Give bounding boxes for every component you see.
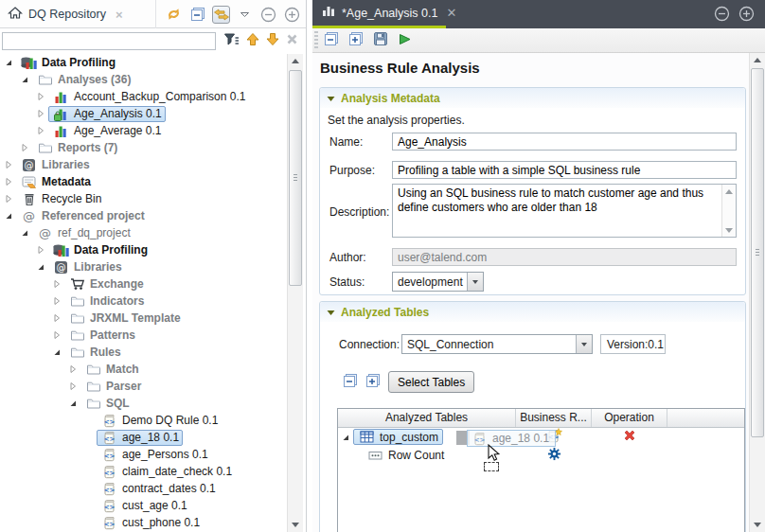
maximize-icon[interactable] <box>738 6 755 25</box>
collapse-twisty-icon[interactable] <box>4 58 16 67</box>
close-editor-tab-icon[interactable]: ✕ <box>446 6 456 20</box>
collapse-sections-icon[interactable] <box>324 31 339 49</box>
collapse-twisty-icon[interactable] <box>36 262 48 272</box>
tree-item[interactable]: Recycle Bin <box>0 190 285 207</box>
tab-dq-repository[interactable]: DQ Repository × <box>0 0 156 28</box>
scrollbar-thumb[interactable] <box>751 68 764 437</box>
move-down-icon[interactable] <box>266 32 279 46</box>
section-header[interactable]: Analysis Metadata <box>320 88 745 108</box>
left-scrollbar[interactable] <box>287 54 303 532</box>
tree-item[interactable]: Match <box>0 361 285 378</box>
link-with-editor-icon[interactable] <box>212 6 230 24</box>
close-tab-icon[interactable]: × <box>116 8 123 22</box>
column-header[interactable] <box>667 409 744 427</box>
scroll-down-button[interactable] <box>288 518 303 532</box>
maximize-icon[interactable] <box>283 6 301 24</box>
delete-red-icon[interactable] <box>623 429 636 445</box>
expand-twisty-icon[interactable] <box>36 109 48 118</box>
tree-item[interactable]: SQL <box>0 395 285 412</box>
status-dropdown[interactable]: development <box>392 272 484 292</box>
tree-item[interactable]: Parser <box>0 378 285 395</box>
description-scrollbar[interactable] <box>721 185 736 237</box>
expand-twisty-icon[interactable] <box>36 126 48 135</box>
expand-twisty-icon[interactable] <box>20 143 32 152</box>
tree-item[interactable]: @Libraries <box>0 258 285 275</box>
tree-item[interactable]: Indicators <box>0 293 285 310</box>
tree-item[interactable]: <>age_18 0.1 <box>0 429 285 446</box>
business-rule-cell[interactable] <box>516 447 592 464</box>
tree-item[interactable]: Reports (7) <box>0 139 285 156</box>
column-header[interactable]: Analyzed Tables <box>338 409 516 427</box>
filter-icon[interactable] <box>223 32 240 46</box>
filter-input[interactable] <box>2 32 216 50</box>
tree-item[interactable]: Age_Analysis 0.1 <box>0 105 285 122</box>
name-field[interactable] <box>392 133 737 151</box>
section-header[interactable]: Analyzed Tables <box>320 302 745 322</box>
collapse-section-icon[interactable] <box>327 92 335 105</box>
operation-cell[interactable] <box>592 429 667 445</box>
tree-item[interactable]: Exchange <box>0 275 285 293</box>
connection-dropdown[interactable]: SQL_Connection <box>401 334 593 354</box>
collapse-twisty-icon[interactable] <box>20 75 32 84</box>
tree-item[interactable]: <>cust_phone 0.1 <box>0 514 285 531</box>
view-menu-icon[interactable] <box>236 6 254 24</box>
expand-twisty-icon[interactable] <box>36 245 48 255</box>
tree-item[interactable]: Age_Average 0.1 <box>0 122 285 139</box>
collapse-all-icon[interactable] <box>188 6 206 24</box>
move-up-icon[interactable] <box>246 32 259 46</box>
clear-icon[interactable] <box>286 33 298 45</box>
select-tables-button[interactable]: Select Tables <box>388 371 474 393</box>
editor-scrollbar[interactable] <box>749 53 765 532</box>
column-header[interactable]: Operation <box>592 409 667 427</box>
purpose-field[interactable] <box>392 161 737 179</box>
scroll-down-button[interactable] <box>750 518 765 532</box>
expand-twisty-icon[interactable] <box>68 364 80 374</box>
tree-item[interactable]: <>age_Persons 0.1 <box>0 446 285 463</box>
collapse-twisty-icon[interactable] <box>52 347 64 357</box>
tree-item[interactable]: Account_Backup_Comparison 0.1 <box>0 88 285 105</box>
dropdown-arrow-icon[interactable] <box>467 273 483 291</box>
description-field[interactable]: Using an SQL business rule to match cust… <box>392 184 737 238</box>
expand-twisty-icon[interactable] <box>52 296 64 306</box>
collapse-twisty-icon[interactable] <box>341 433 353 442</box>
tree-item[interactable]: Rules <box>0 344 285 361</box>
scrollbar-thumb[interactable] <box>289 70 302 286</box>
scroll-up-button[interactable] <box>750 53 765 67</box>
collapse-twisty-icon[interactable] <box>4 211 16 221</box>
collapse-twisty-icon[interactable] <box>68 399 80 408</box>
collapse-section-icon[interactable] <box>327 306 335 319</box>
scroll-up-button[interactable] <box>288 54 303 68</box>
column-header[interactable]: Business R... <box>516 409 592 427</box>
selected-table-cell[interactable]: top_custom <box>353 429 443 445</box>
expand-twisty-icon[interactable] <box>52 313 64 323</box>
tree-item[interactable]: Metadata <box>0 173 285 190</box>
tree-item[interactable]: Data Profiling <box>0 241 285 258</box>
tree-item[interactable]: @Referenced project <box>0 207 285 224</box>
table-row[interactable]: Row Count <box>338 446 744 464</box>
tab-age-analysis[interactable]: *Age_Analysis 0.1 ✕ <box>312 0 446 26</box>
expand-sections-icon[interactable] <box>348 31 364 49</box>
tree-item[interactable]: Analyses (36) <box>0 71 285 88</box>
collapse-twisty-icon[interactable] <box>20 228 32 238</box>
tree-item[interactable]: Data Profiling <box>0 54 285 71</box>
expand-twisty-icon[interactable] <box>4 160 16 169</box>
refresh-icon[interactable] <box>165 6 183 24</box>
expand-twisty-icon[interactable] <box>36 92 48 101</box>
expand-twisty-icon[interactable] <box>52 279 64 289</box>
expand-twisty-icon[interactable] <box>68 381 80 391</box>
expand-twisty-icon[interactable] <box>4 177 16 186</box>
expand-all-icon[interactable] <box>365 373 381 391</box>
collapse-all-icon[interactable] <box>343 373 358 391</box>
tree-item[interactable]: Patterns <box>0 327 285 344</box>
toolbar-drag-handle[interactable] <box>314 31 318 50</box>
dropdown-arrow-icon[interactable] <box>576 335 592 353</box>
tree-item[interactable]: <>cust_age 0.1 <box>0 497 285 514</box>
run-icon[interactable] <box>398 32 412 49</box>
gear-icon[interactable] <box>547 447 561 464</box>
tree-item[interactable]: @Libraries <box>0 156 285 173</box>
minimize-icon[interactable] <box>259 6 277 24</box>
tree-item[interactable]: @ref_dq_project <box>0 224 285 241</box>
minimize-icon[interactable] <box>714 6 730 25</box>
tree-item[interactable]: <>contract_dates 0.1 <box>0 480 285 497</box>
expand-twisty-icon[interactable] <box>4 194 16 204</box>
